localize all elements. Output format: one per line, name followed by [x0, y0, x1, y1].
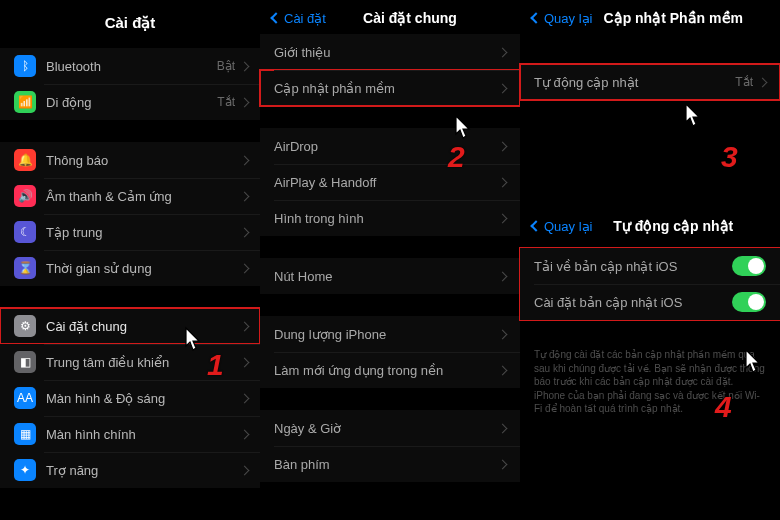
chevron-right-icon: [240, 393, 250, 403]
control-center-icon: ◧: [14, 351, 36, 373]
row-display[interactable]: AA Màn hình & Độ sáng: [0, 380, 260, 416]
chevron-right-icon: [240, 97, 250, 107]
accessibility-icon: ✦: [14, 459, 36, 481]
step-number-2: 2: [448, 140, 465, 174]
chevron-right-icon: [240, 191, 250, 201]
row-iphone-storage[interactable]: Dung lượng iPhone: [260, 316, 520, 352]
step-number-1: 1: [207, 348, 224, 382]
chevron-right-icon: [498, 213, 508, 223]
row-label: Màn hình chính: [46, 427, 241, 442]
row-label: Di động: [46, 95, 217, 110]
row-background-refresh[interactable]: Làm mới ứng dụng trong nền: [260, 352, 520, 388]
nav-header: Quay lại Cập nhật Phần mềm: [520, 0, 780, 34]
row-home-screen[interactable]: ▦ Màn hình chính: [0, 416, 260, 452]
row-airdrop[interactable]: AirDrop: [260, 128, 520, 164]
row-value: Bật: [217, 59, 235, 73]
row-home-button[interactable]: Nút Home: [260, 258, 520, 294]
chevron-right-icon: [498, 271, 508, 281]
row-label: Thời gian sử dụng: [46, 261, 241, 276]
chevron-right-icon: [240, 61, 250, 71]
settings-group-general: ⚙ Cài đặt chung ◧ Trung tâm điều khiển A…: [0, 308, 260, 488]
row-value: Tắt: [735, 75, 753, 89]
chevron-right-icon: [240, 263, 250, 273]
row-install-ios-updates[interactable]: Cài đặt bản cập nhật iOS: [520, 284, 780, 320]
bluetooth-icon: ᛒ: [14, 55, 36, 77]
row-software-update[interactable]: Cập nhật phần mềm: [260, 70, 520, 106]
chevron-right-icon: [498, 459, 508, 469]
row-about[interactable]: Giới thiệu: [260, 34, 520, 70]
row-keyboard[interactable]: Bàn phím: [260, 446, 520, 482]
row-auto-update[interactable]: Tự động cập nhật Tắt: [520, 64, 780, 100]
nav-header: Cài đặt Cài đặt chung: [260, 0, 520, 34]
row-label: Trợ năng: [46, 463, 241, 478]
row-label: AirPlay & Handoff: [274, 175, 499, 190]
row-label: AirDrop: [274, 139, 499, 154]
gear-icon: ⚙: [14, 315, 36, 337]
chevron-right-icon: [240, 357, 250, 367]
right-stack: Quay lại Cập nhật Phần mềm Tự động cập n…: [520, 0, 780, 520]
row-focus[interactable]: ☾ Tập trung: [0, 214, 260, 250]
step-number-4: 4: [715, 390, 732, 424]
row-airplay[interactable]: AirPlay & Handoff: [260, 164, 520, 200]
row-download-ios-updates[interactable]: Tải về bản cập nhật iOS: [520, 248, 780, 284]
row-label: Bluetooth: [46, 59, 217, 74]
hourglass-icon: ⌛: [14, 257, 36, 279]
chevron-right-icon: [498, 83, 508, 93]
sound-icon: 🔊: [14, 185, 36, 207]
page-title: Cài đặt: [105, 14, 156, 31]
chevron-right-icon: [498, 177, 508, 187]
row-label: Dung lượng iPhone: [274, 327, 499, 342]
row-bluetooth[interactable]: ᛒ Bluetooth Bật: [0, 48, 260, 84]
row-label: Làm mới ứng dụng trong nền: [274, 363, 499, 378]
row-label: Cài đặt chung: [46, 319, 241, 334]
chevron-right-icon: [240, 465, 250, 475]
auto-update-pane: Quay lại Tự động cập nhật Tải về bản cập…: [520, 208, 780, 416]
row-label: Giới thiệu: [274, 45, 499, 60]
toggle-on-icon[interactable]: [732, 256, 766, 276]
cellular-icon: 📶: [14, 91, 36, 113]
chevron-left-icon: [530, 12, 541, 23]
chevron-right-icon: [498, 365, 508, 375]
row-label: Cài đặt bản cập nhật iOS: [534, 295, 732, 310]
row-label: Màn hình & Độ sáng: [46, 391, 241, 406]
display-icon: AA: [14, 387, 36, 409]
settings-group-notifications: 🔔 Thông báo 🔊 Âm thanh & Cảm ứng ☾ Tập t…: [0, 142, 260, 286]
step-number-3: 3: [721, 140, 738, 174]
row-label: Tải về bản cập nhật iOS: [534, 259, 732, 274]
footer-note: Tự động cài đặt các bản cập nhật phần mề…: [520, 342, 780, 416]
row-label: Ngày & Giờ: [274, 421, 499, 436]
page-title: Tự động cập nhật: [578, 218, 768, 234]
row-cellular[interactable]: 📶 Di động Tắt: [0, 84, 260, 120]
software-update-pane: Quay lại Cập nhật Phần mềm Tự động cập n…: [520, 0, 780, 100]
chevron-right-icon: [758, 77, 768, 87]
bell-icon: 🔔: [14, 149, 36, 171]
row-label: Thông báo: [46, 153, 241, 168]
row-pip[interactable]: Hình trong hình: [260, 200, 520, 236]
row-notifications[interactable]: 🔔 Thông báo: [0, 142, 260, 178]
row-label: Nút Home: [274, 269, 499, 284]
row-label: Âm thanh & Cảm ứng: [46, 189, 241, 204]
chevron-right-icon: [240, 321, 250, 331]
row-accessibility[interactable]: ✦ Trợ năng: [0, 452, 260, 488]
chevron-right-icon: [498, 47, 508, 57]
page-title: Cài đặt chung: [312, 10, 508, 26]
row-general[interactable]: ⚙ Cài đặt chung: [0, 308, 260, 344]
settings-group-connectivity: ᛒ Bluetooth Bật 📶 Di động Tắt: [0, 48, 260, 120]
general-pane: Cài đặt Cài đặt chung Giới thiệu Cập nhậ…: [260, 0, 520, 520]
row-sounds[interactable]: 🔊 Âm thanh & Cảm ứng: [0, 178, 260, 214]
row-label: Bàn phím: [274, 457, 499, 472]
row-label: Tự động cập nhật: [534, 75, 735, 90]
page-title: Cập nhật Phần mềm: [578, 10, 768, 26]
row-date-time[interactable]: Ngày & Giờ: [260, 410, 520, 446]
chevron-right-icon: [240, 429, 250, 439]
row-label: Tập trung: [46, 225, 241, 240]
moon-icon: ☾: [14, 221, 36, 243]
chevron-right-icon: [498, 329, 508, 339]
toggle-on-icon[interactable]: [732, 292, 766, 312]
nav-header: Quay lại Tự động cập nhật: [520, 208, 780, 242]
chevron-right-icon: [498, 423, 508, 433]
chevron-left-icon: [270, 12, 281, 23]
home-icon: ▦: [14, 423, 36, 445]
chevron-right-icon: [240, 155, 250, 165]
row-screentime[interactable]: ⌛ Thời gian sử dụng: [0, 250, 260, 286]
